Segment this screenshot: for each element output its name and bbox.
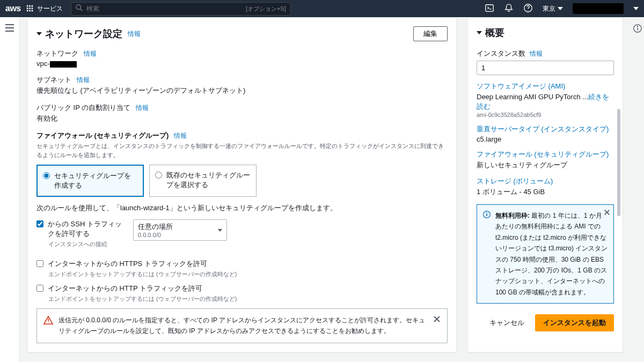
scrollbar[interactable] xyxy=(617,109,620,216)
search-box[interactable]: [オプション+S] xyxy=(71,2,291,16)
left-rail xyxy=(0,17,19,362)
ssh-cidr-value: 0.0.0.0/0 xyxy=(138,232,173,238)
ssh-source-select[interactable]: 任意の場所 0.0.0.0/0 xyxy=(133,219,227,241)
cancel-button[interactable]: キャンセル xyxy=(484,315,530,331)
search-input[interactable] xyxy=(86,5,246,12)
summary-title-text: 概要 xyxy=(485,26,504,39)
free-tier-text: 無料利用枠: 最初の 1 年には、1 か月あたりの無料利用枠による AMI での… xyxy=(495,210,608,298)
free-tier-info: 無料利用枠: 最初の 1 年には、1 か月あたりの無料利用枠による AMI での… xyxy=(477,204,614,304)
collapse-caret-icon[interactable] xyxy=(36,32,42,35)
bell-icon[interactable] xyxy=(504,3,514,14)
ssh-source-value: 任意の場所 xyxy=(138,222,173,232)
firewall-label: ファイアウォール (セキュリティグループ) 情報 xyxy=(36,131,448,141)
https-checkbox[interactable] xyxy=(36,260,43,267)
storage-value: 1 ボリューム - 45 GiB xyxy=(477,187,614,197)
search-shortcut: [オプション+S] xyxy=(246,5,286,13)
info-link[interactable]: 情報 xyxy=(530,50,543,57)
summary-title[interactable]: 概要 xyxy=(477,26,614,39)
cloudshell-icon[interactable] xyxy=(485,3,494,14)
subnet-value: 優先順位なし (アベイラビリティーゾーンのデフォルトサブネット) xyxy=(36,86,448,95)
public-ip-value: 有効化 xyxy=(36,114,448,123)
info-icon xyxy=(482,210,491,222)
top-nav: aws サービス [オプション+S] 東京 xyxy=(0,0,644,17)
services-link[interactable]: サービス xyxy=(37,4,63,13)
svg-rect-8 xyxy=(31,10,33,12)
subnet-label: サブネット 情報 xyxy=(36,75,448,85)
right-rail xyxy=(631,17,644,362)
network-label: ネットワーク 情報 xyxy=(36,49,448,58)
warning-icon xyxy=(43,315,53,327)
instance-count-input[interactable] xyxy=(477,61,614,75)
svg-point-9 xyxy=(76,4,81,9)
info-link[interactable]: 情報 xyxy=(174,131,187,141)
launch-instance-button[interactable]: インスタンスを起動 xyxy=(535,314,614,331)
svg-rect-3 xyxy=(27,8,28,9)
firewall-link[interactable]: ファイアウォール (セキュリティグループ) xyxy=(477,150,614,159)
select-caret-icon xyxy=(218,229,222,232)
firewall-description: セキュリティグループとは、インスタンスのトラフィックを制御する一連のファイアウォ… xyxy=(36,142,448,159)
info-link[interactable]: 情報 xyxy=(136,104,149,113)
info-link[interactable]: 情報 xyxy=(128,29,141,39)
svg-rect-6 xyxy=(27,10,28,12)
alert-close-icon[interactable] xyxy=(433,315,441,324)
radio-existing-sg[interactable]: 既存のセキュリティグループを選択する xyxy=(149,165,257,197)
ami-id: ami-0c9c3528a52ab5cf9 xyxy=(477,112,614,118)
info-link[interactable]: 情報 xyxy=(84,49,97,58)
storage-link[interactable]: ストレージ (ボリューム) xyxy=(477,176,614,186)
radio-existing-input[interactable] xyxy=(155,172,162,179)
radio-create-label: セキュリティグループを作成する xyxy=(54,171,137,190)
ssh-checkbox[interactable] xyxy=(36,220,43,227)
http-label: インターネットからの HTTP トラフィックを許可 xyxy=(48,284,202,293)
vpc-value: vpc- xyxy=(36,60,448,68)
svg-rect-7 xyxy=(29,10,31,12)
svg-rect-5 xyxy=(31,8,33,9)
warning-alert: 送信元が 0.0.0.0/0 のルールを指定すると、すべての IP アドレスから… xyxy=(36,308,448,343)
svg-rect-4 xyxy=(29,8,31,9)
services-grid-icon[interactable] xyxy=(25,4,35,13)
network-title-text: ネットワーク設定 xyxy=(45,27,122,40)
instance-type-link[interactable]: 垂直サーバータイプ (インスタンスタイプ) xyxy=(477,124,614,134)
public-ip-label: パブリック IP の自動割り当て 情報 xyxy=(36,103,448,113)
radio-create-sg[interactable]: セキュリティグループを作成する xyxy=(36,165,144,197)
radio-existing-label: 既存のセキュリティグループを選択する xyxy=(166,171,251,190)
alert-text: 送信元が 0.0.0.0/0 のルールを指定すると、すべての IP アドレスから… xyxy=(58,315,428,336)
hamburger-icon[interactable] xyxy=(4,26,15,34)
ssh-hint: インスタンスへの接続 xyxy=(48,240,125,248)
edit-button[interactable]: 編集 xyxy=(413,26,448,41)
info-link[interactable]: 情報 xyxy=(77,76,90,85)
instance-type-value: c5.large xyxy=(477,135,614,143)
radio-create-input[interactable] xyxy=(43,172,50,179)
svg-rect-20 xyxy=(486,213,487,216)
svg-point-19 xyxy=(486,212,487,213)
https-hint: エンドポイントをセットアップするには (ウェブサーバーの作成時など) xyxy=(48,270,448,278)
software-image-value: Deep Learning AMI GPU PyTorch ...続きを読む xyxy=(477,92,614,112)
svg-line-10 xyxy=(80,9,83,11)
https-label: インターネットからの HTTPS トラフィックを許可 xyxy=(48,259,207,269)
close-icon[interactable] xyxy=(604,208,610,219)
sg-creation-text: 次のルールを使用して、「launch-wizard-1」という新しいセキュリティ… xyxy=(36,203,448,213)
region-selector[interactable]: 東京 xyxy=(543,4,563,13)
account-menu[interactable] xyxy=(573,3,624,14)
summary-panel: 概要 インスタンス数 情報 ソフトウェアイメージ (AMI) Deep Lear… xyxy=(467,17,623,352)
svg-rect-1 xyxy=(29,5,31,7)
network-panel-title[interactable]: ネットワーク設定 情報 xyxy=(36,27,141,40)
software-image-link[interactable]: ソフトウェアイメージ (AMI) xyxy=(477,82,614,91)
account-caret-icon[interactable] xyxy=(633,7,639,10)
http-checkbox[interactable] xyxy=(36,285,43,292)
instance-count-label: インスタンス数 情報 xyxy=(477,49,614,58)
collapse-caret-icon[interactable] xyxy=(477,31,482,34)
aws-logo[interactable]: aws xyxy=(5,4,21,13)
ssh-label: からの SSH トラフィックを許可する xyxy=(48,219,125,239)
svg-rect-2 xyxy=(31,5,33,7)
svg-point-24 xyxy=(637,26,638,27)
help-icon[interactable] xyxy=(523,3,533,14)
network-settings-panel: ネットワーク設定 情報 編集 ネットワーク 情報 vpc- サブネット 情報 優… xyxy=(27,17,457,352)
svg-rect-0 xyxy=(27,5,28,7)
http-hint: エンドポイントをセットアップするには (ウェブサーバーの作成時など) xyxy=(48,295,448,303)
firewall-value: 新しいセキュリティグループ xyxy=(477,160,614,170)
info-panel-icon[interactable] xyxy=(633,27,642,35)
search-icon xyxy=(76,4,83,13)
